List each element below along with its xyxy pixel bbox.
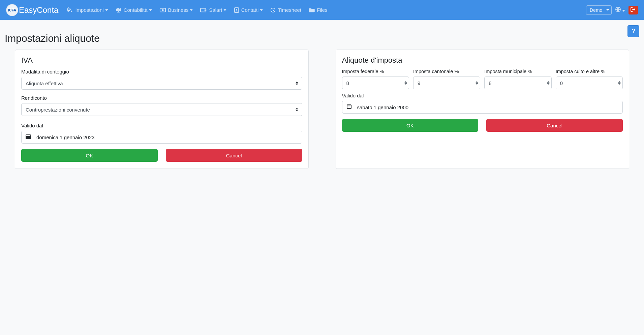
top-navbar: ICFA EasyConta Impostazioni Contabilità [0,0,644,20]
nav-label: Salari [209,7,222,13]
logout-icon [631,7,636,13]
tax-municipal-label: Imposta municipale % [484,69,551,74]
nav-files[interactable]: Files [305,4,331,16]
tax-card: Aliquote d'imposta Imposta federale % Im… [336,50,630,169]
nav-label: Contabilità [124,7,148,13]
brand-name: EasyConta [19,5,58,15]
nav-contabilita[interactable]: Contabilità [112,4,155,16]
tax-valid-label: Valido dal [342,93,623,98]
iva-mode-select[interactable]: Aliquota effettiva [21,77,302,90]
brand[interactable]: ICFA EasyConta [6,4,58,16]
wallet-icon [200,8,207,12]
chevron-down-icon [149,9,152,11]
chevron-down-icon [622,7,625,13]
nav-label: Timesheet [278,7,301,13]
iva-report-select[interactable]: Controprestazioni convenute [21,103,302,116]
tax-municipal-input[interactable] [484,77,551,89]
tax-cantonal-input[interactable] [413,77,480,89]
help-label: ? [632,28,635,35]
iva-report-label: Rendiconto [21,95,302,101]
tax-valid-date-text: sabato 1 gennaio 2000 [357,104,409,110]
iva-valid-date-text: domenica 1 gennaio 2023 [36,134,95,140]
chevron-down-icon [223,9,226,11]
folder-icon [309,8,315,12]
gears-icon [67,7,73,13]
tax-valid-date-input[interactable]: sabato 1 gennaio 2000 [342,101,623,114]
nav-label: Business [168,7,189,13]
nav-label: Impostazioni [75,7,103,13]
main-nav: Impostazioni Contabilità Business [64,4,586,16]
tax-cult-input[interactable] [556,77,623,89]
globe-icon [615,6,621,14]
iva-cancel-button[interactable]: Cancel [166,149,302,162]
svg-rect-10 [26,136,31,139]
scale-icon [116,7,122,13]
brand-logo: ICFA [6,4,18,16]
nav-label: Files [317,7,328,13]
iva-valid-date-input[interactable]: domenica 1 gennaio 2023 [21,131,302,144]
brand-logo-text: ICFA [8,8,16,12]
svg-point-2 [162,9,163,11]
tax-cantonal-label: Imposta cantonale % [413,69,480,74]
tax-federal-input[interactable] [342,77,409,89]
svg-rect-11 [347,105,351,109]
logout-button[interactable] [628,6,638,14]
nav-timesheet[interactable]: Timesheet [267,4,304,16]
clock-icon [270,7,276,13]
tax-title: Aliquote d'imposta [342,56,623,65]
calendar-outline-icon [346,104,352,110]
iva-mode-label: Madalità di conteggio [21,69,302,74]
nav-impostazioni[interactable]: Impostazioni [64,4,111,16]
tax-federal-label: Imposta federale % [342,69,409,74]
iva-valid-label: Valido dal [21,123,302,128]
chevron-down-icon [260,9,263,11]
calendar-icon [26,134,31,140]
org-select[interactable]: Demo [586,5,612,15]
svg-rect-4 [205,9,206,11]
iva-ok-button[interactable]: OK [21,149,158,162]
iva-title: IVA [21,56,302,65]
money-icon [159,8,166,12]
iva-card: IVA Madalità di conteggio Aliquota effet… [15,50,309,169]
chevron-down-icon [190,9,193,11]
nav-contatti[interactable]: Contatti [231,4,267,16]
chevron-down-icon [105,9,108,11]
tax-cult-label: Imposta culto e altre % [556,69,623,74]
svg-point-0 [71,10,72,12]
nav-business[interactable]: Business [156,4,196,16]
tax-ok-button[interactable]: OK [342,119,479,132]
address-book-icon [234,7,239,13]
help-button[interactable]: ? [627,25,639,37]
tax-cancel-button[interactable]: Cancel [486,119,623,132]
language-menu[interactable] [615,6,625,14]
page-title: Impostazioni aliquote [5,33,639,44]
nav-salari[interactable]: Salari [197,4,229,16]
svg-point-6 [236,9,237,10]
nav-right: Demo [586,5,638,15]
nav-label: Contatti [241,7,259,13]
